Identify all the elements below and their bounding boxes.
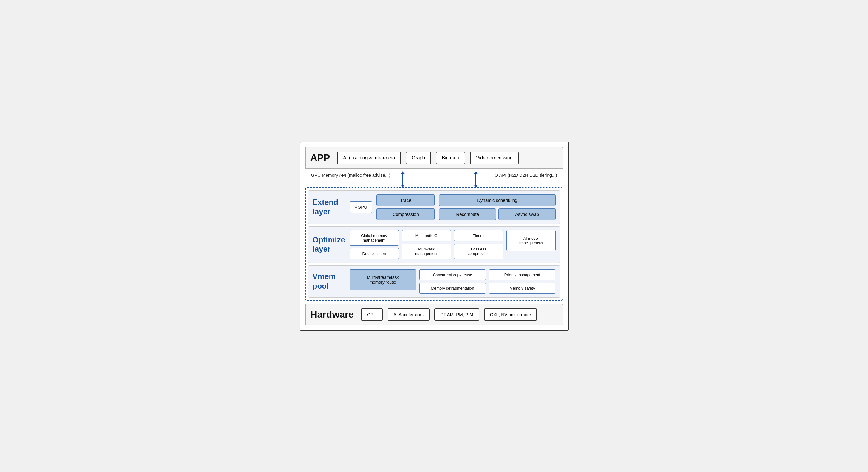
app-box-graph: Graph xyxy=(406,151,431,164)
vmem-col-3: Priority management Memory safety xyxy=(489,269,555,294)
trace-box: Trace xyxy=(376,194,435,206)
hw-box-cxl: CXL, NVLink-remote xyxy=(484,308,537,321)
hw-box-ai: AI Accelerators xyxy=(388,308,430,321)
extend-dynamic-col: Dynamic scheduling Recompute Async swap xyxy=(439,194,555,220)
extend-layer: Extendlayer VGPU Trace Compression Dynam… xyxy=(308,191,560,224)
multi-stream-box: Multi-stream/taskmemory reuse xyxy=(349,269,416,290)
dynamic-scheduling-box: Dynamic scheduling xyxy=(439,194,555,206)
io-api: IO API (H2D D2H D2D tiering...) xyxy=(493,171,557,178)
app-title: APP xyxy=(310,152,330,163)
multi-task-box: Multi-taskmanagement xyxy=(402,244,451,259)
opt-col-2: Multi-path IO Multi-taskmanagement xyxy=(402,230,451,259)
hardware-title: Hardware xyxy=(310,309,354,320)
opt-col-4: AI modelcache+prefetch xyxy=(506,230,556,251)
app-layer: APP AI (Training & Inference) Graph Big … xyxy=(305,147,563,169)
hardware-layer: Hardware GPU AI Accelerators DRAM, PM, P… xyxy=(305,304,563,326)
hw-box-gpu: GPU xyxy=(361,308,383,321)
vmem-col-1: Multi-stream/taskmemory reuse xyxy=(349,269,416,290)
app-box-video: Video processing xyxy=(470,151,519,164)
ai-model-box: AI modelcache+prefetch xyxy=(506,230,556,251)
dashed-container: Extendlayer VGPU Trace Compression Dynam… xyxy=(305,188,563,301)
concurrent-copy-box: Concurrent copy reuse xyxy=(419,269,486,280)
vmem-title: Vmempool xyxy=(313,272,345,291)
async-swap-box: Async swap xyxy=(498,208,555,220)
vmem-col-2: Concurrent copy reuse Memory defragmenta… xyxy=(419,269,486,294)
memory-safety-box: Memory safety xyxy=(489,283,555,294)
vgpu-box: VGPU xyxy=(349,201,373,213)
gpu-memory-api: GPU Memory API (malloc free advise...) xyxy=(311,171,391,178)
lossless-box: Losslesscompression xyxy=(454,244,503,259)
vmem-grid: Multi-stream/taskmemory reuse Concurrent… xyxy=(349,269,556,294)
global-memory-box: Global memorymanagement xyxy=(349,230,399,246)
vmem-layer: Vmempool Multi-stream/taskmemory reuse C… xyxy=(308,265,560,298)
multi-path-io-box: Multi-path IO xyxy=(402,230,451,241)
api-row: GPU Memory API (malloc free advise...) I… xyxy=(305,171,563,186)
app-box-bigdata: Big data xyxy=(436,151,465,164)
memory-defrag-box: Memory defragmentation xyxy=(419,283,486,294)
extend-trace-col: Trace Compression xyxy=(376,194,435,220)
hw-box-dram: DRAM, PM, PIM xyxy=(434,308,479,321)
architecture-diagram: APP AI (Training & Inference) Graph Big … xyxy=(300,141,568,331)
optimize-grid: Global memorymanagement Deduplication Mu… xyxy=(349,230,556,259)
recompute-box: Recompute xyxy=(439,208,496,220)
compression-box: Compression xyxy=(376,208,435,220)
tiering-box: Tiering xyxy=(454,230,503,241)
extend-title: Extendlayer xyxy=(313,198,345,216)
opt-col-1: Global memorymanagement Deduplication xyxy=(349,230,399,259)
optimize-title: Optimizelayer xyxy=(313,235,345,254)
deduplication-box: Deduplication xyxy=(349,248,399,259)
optimize-layer: Optimizelayer Global memorymanagement De… xyxy=(308,226,560,263)
priority-box: Priority management xyxy=(489,269,555,280)
app-box-ai: AI (Training & Inference) xyxy=(337,151,401,164)
opt-col-3: Tiering Losslesscompression xyxy=(454,230,503,259)
